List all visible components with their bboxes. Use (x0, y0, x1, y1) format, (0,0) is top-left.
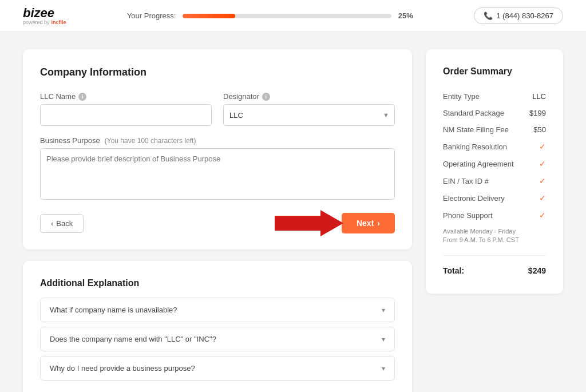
phone-support-check-icon: ✓ (539, 211, 546, 220)
summary-delivery-label: Electronic Delivery (443, 194, 505, 203)
summary-phone-support-label: Phone Support (443, 211, 493, 220)
phone-button[interactable]: 📞 1 (844) 830-8267 (474, 7, 563, 24)
form-row-name-designator: LLC Name i Designator i LLC L.L.C. (40, 92, 395, 126)
back-button[interactable]: ‹ Back (40, 214, 84, 233)
progress-percentage: 25% (398, 11, 413, 20)
faq-question-3: Why do I need provide a business purpose… (50, 364, 195, 373)
company-info-card: Company Information LLC Name i Designato… (23, 49, 412, 250)
operating-check-icon: ✓ (539, 159, 546, 168)
main-content: Company Information LLC Name i Designato… (0, 32, 586, 392)
faq-item-3[interactable]: Why do I need provide a business purpose… (40, 356, 395, 381)
summary-row-operating: Operating Agreement ✓ (443, 155, 546, 172)
faq-card: Additional Explanation What if company n… (23, 261, 412, 392)
business-purpose-textarea[interactable] (40, 148, 395, 200)
llc-name-label: LLC Name i (40, 92, 212, 101)
banking-check-icon: ✓ (539, 142, 546, 151)
back-chevron-icon: ‹ (51, 219, 53, 228)
summary-row-entity: Entity Type LLC (443, 88, 546, 105)
company-info-title: Company Information (40, 66, 395, 78)
progress-label: Your Progress: (127, 11, 176, 20)
designator-select[interactable]: LLC L.L.C. Limited Liability Company (223, 104, 395, 126)
next-chevron-icon: › (377, 219, 380, 228)
order-summary-card: Order Summary Entity Type LLC Standard P… (426, 49, 563, 294)
button-row: ‹ Back Next › (40, 213, 395, 233)
summary-total-row: Total: $249 (443, 260, 546, 278)
phone-support-note: Available Monday - FridayFrom 9 A.M. To … (443, 227, 546, 245)
header: bizee powered by incfile Your Progress: … (0, 0, 586, 32)
delivery-check-icon: ✓ (539, 193, 546, 203)
summary-entity-label: Entity Type (443, 92, 480, 101)
logo-powered-label: powered by (23, 19, 50, 25)
summary-divider (443, 255, 546, 256)
ein-check-icon: ✓ (539, 176, 546, 185)
logo: bizee powered by incfile (23, 7, 66, 25)
llc-name-group: LLC Name i (40, 92, 212, 126)
summary-row-phone-support: Phone Support ✓ (443, 207, 546, 224)
logo-incfile-label: incfile (52, 19, 66, 25)
arrow-pointer-icon (275, 209, 343, 237)
next-button[interactable]: Next › (342, 213, 395, 233)
char-count: (You have 100 characters left) (105, 137, 196, 145)
designator-select-wrapper: LLC L.L.C. Limited Liability Company ▼ (223, 104, 395, 126)
faq-question-1: What if company name is unavailable? (50, 306, 177, 314)
summary-ein-label: EIN / Tax ID # (443, 177, 489, 185)
summary-row-ein: EIN / Tax ID # ✓ (443, 172, 546, 189)
summary-row-package: Standard Package $199 (443, 105, 546, 121)
summary-operating-label: Operating Agreement (443, 160, 514, 168)
logo-bizee: bizee (23, 7, 66, 19)
summary-entity-value: LLC (532, 92, 546, 101)
svg-marker-0 (275, 210, 343, 236)
total-label: Total: (443, 266, 464, 275)
progress-bar-area: Your Progress: 25% (127, 11, 413, 20)
faq-chevron-3-icon: ▾ (382, 365, 385, 373)
faq-title: Additional Explanation (40, 278, 395, 288)
summary-filing-fee-label: NM State Filing Fee (443, 125, 509, 134)
designator-group: Designator i LLC L.L.C. Limited Liabilit… (223, 92, 395, 126)
summary-filing-fee-value: $50 (533, 125, 546, 134)
phone-icon: 📞 (484, 11, 493, 20)
faq-chevron-1-icon: ▾ (382, 306, 385, 314)
left-column: Company Information LLC Name i Designato… (23, 49, 412, 392)
designator-info-icon: i (262, 93, 270, 101)
progress-bar-fill (183, 14, 235, 18)
faq-item-1[interactable]: What if company name is unavailable? ▾ (40, 298, 395, 322)
summary-row-delivery: Electronic Delivery ✓ (443, 189, 546, 207)
right-column: Order Summary Entity Type LLC Standard P… (426, 49, 563, 392)
summary-package-value: $199 (529, 109, 546, 117)
order-summary-title: Order Summary (443, 66, 546, 77)
business-purpose-label: Business Purpose (You have 100 character… (40, 136, 395, 145)
business-purpose-group: Business Purpose (You have 100 character… (40, 136, 395, 201)
phone-number: 1 (844) 830-8267 (496, 11, 553, 20)
progress-bar-background (183, 14, 391, 18)
summary-row-filing-fee: NM State Filing Fee $50 (443, 121, 546, 138)
faq-question-2: Does the company name end with "LLC" or … (50, 335, 216, 343)
summary-package-label: Standard Package (443, 109, 504, 117)
llc-name-info-icon: i (78, 93, 86, 101)
summary-banking-label: Banking Resolution (443, 142, 507, 151)
designator-label: Designator i (223, 92, 395, 101)
total-value: $249 (528, 266, 546, 275)
llc-name-input[interactable] (40, 104, 212, 126)
arrow-annotation (275, 209, 343, 237)
faq-chevron-2-icon: ▾ (382, 335, 385, 343)
summary-row-banking: Banking Resolution ✓ (443, 138, 546, 155)
faq-item-2[interactable]: Does the company name end with "LLC" or … (40, 327, 395, 351)
